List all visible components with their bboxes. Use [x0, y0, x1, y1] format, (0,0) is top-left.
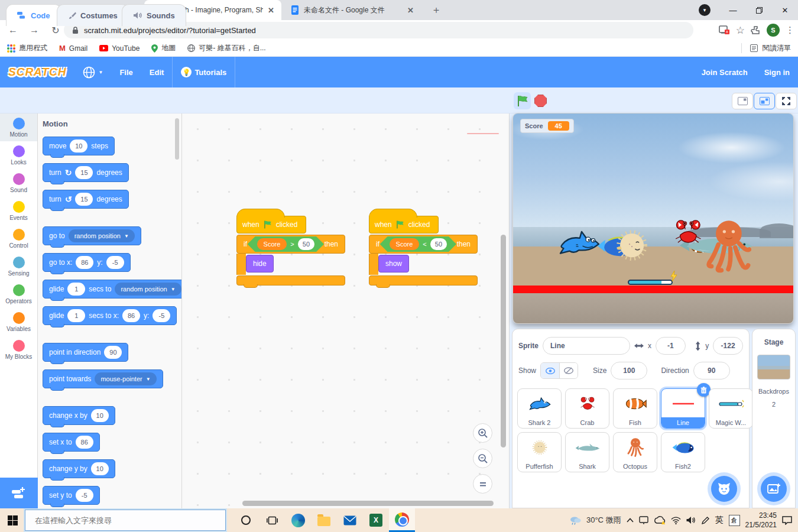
fullscreen-button[interactable] [776, 93, 797, 109]
sprite-tile-octopus[interactable]: Octopus [613, 432, 657, 472]
zoom-in-button[interactable] [473, 423, 492, 443]
block-point-direction[interactable]: point in direction90 [43, 343, 128, 362]
category-sound[interactable]: Sound [0, 169, 37, 197]
number-input[interactable]: -5 [153, 309, 170, 322]
pen-icon[interactable] [701, 516, 710, 525]
reading-list-button[interactable]: 閱讀清單 [741, 43, 791, 53]
window-minimize-button[interactable]: — [720, 0, 746, 20]
show-visible-button[interactable] [541, 363, 559, 378]
score-variable[interactable]: Score [390, 238, 420, 250]
bookmark-maps[interactable]: 地圖 [151, 43, 176, 53]
number-input[interactable]: 15 [75, 166, 93, 179]
blocked-content-icon[interactable]: x [719, 25, 730, 35]
menu-edit[interactable]: Edit [141, 57, 173, 87]
bookmark-apps[interactable]: 應用程式 [7, 43, 47, 53]
block-change-x[interactable]: change x by10 [43, 406, 115, 425]
scratch-logo[interactable]: SCRATCH [8, 66, 66, 79]
category-motion[interactable]: Motion [0, 113, 37, 141]
dropdown-random-position[interactable]: random position▼ [115, 283, 181, 296]
dropdown-random-position[interactable]: random position▼ [69, 229, 135, 242]
zoom-reset-button[interactable] [473, 474, 492, 494]
category-events[interactable]: Events [0, 197, 37, 225]
stage[interactable]: Score 45 [513, 113, 793, 323]
excel-button[interactable]: X [363, 508, 389, 532]
sprite-tile-line[interactable]: Line [661, 388, 705, 429]
ime-language-button[interactable]: 英 [715, 515, 724, 525]
tab-code[interactable]: Code [6, 4, 61, 26]
small-stage-button[interactable] [732, 93, 753, 109]
category-control[interactable]: Control [0, 225, 37, 252]
tab-close-icon[interactable]: ✕ [268, 6, 274, 15]
sprite-tile-pufferfish[interactable]: Pufferfish [517, 432, 562, 472]
number-input[interactable]: 90 [104, 346, 122, 359]
profile-avatar[interactable]: S [767, 24, 780, 37]
category-operators[interactable]: Operators [0, 280, 37, 308]
script-show-when-score-low[interactable]: when clicked if Score < 50 then show [369, 208, 478, 286]
palette-scrollbar[interactable] [175, 118, 179, 160]
dropdown-mouse-pointer[interactable]: mouse-pointer▼ [95, 372, 156, 385]
block-move-steps[interactable]: move10steps [43, 137, 115, 155]
start-button[interactable] [0, 508, 25, 532]
sprite-tile-fish[interactable]: Fish [613, 388, 657, 429]
sprite-name-input[interactable] [543, 337, 630, 355]
join-scratch-button[interactable]: Join Scratch [693, 57, 756, 87]
block-set-x[interactable]: set x to86 [43, 433, 100, 452]
line-sprite[interactable] [513, 286, 793, 293]
onedrive-warning-icon[interactable] [654, 516, 666, 525]
stop-button[interactable] [534, 95, 547, 107]
green-flag-button[interactable] [514, 92, 531, 109]
add-backdrop-button[interactable] [761, 476, 787, 502]
number-input[interactable]: 86 [122, 309, 140, 322]
sign-in-button[interactable]: Sign in [756, 57, 798, 87]
hide-block[interactable]: hide [246, 255, 274, 273]
number-input[interactable]: 86 [76, 436, 93, 449]
number-input[interactable]: 10 [70, 140, 87, 153]
chrome-button[interactable] [389, 508, 415, 532]
number-input[interactable]: 1 [67, 283, 85, 296]
sprite-tile-shark[interactable]: Shark [565, 432, 609, 472]
wifi-icon[interactable] [671, 517, 681, 524]
new-tab-button[interactable]: ＋ [430, 4, 442, 16]
snip-tool-icon[interactable] [639, 516, 648, 524]
sprite-tile-magic-wand[interactable]: Magic W... [709, 388, 753, 429]
zoom-out-button[interactable] [473, 449, 492, 468]
show-hidden-button[interactable] [559, 363, 578, 378]
score-variable[interactable]: Score [257, 238, 287, 250]
category-looks[interactable]: Looks [0, 141, 37, 169]
sprite-x-input[interactable]: -1 [656, 337, 686, 355]
task-view-button[interactable] [259, 508, 285, 532]
number-input[interactable]: 10 [91, 462, 109, 475]
bookmark-star-icon[interactable]: ☆ [736, 24, 745, 37]
magic-wand-sprite[interactable] [628, 280, 673, 285]
sprite-tile-fish2[interactable]: Fish2 [661, 432, 705, 472]
bookmark-gmail[interactable]: M Gmail [59, 44, 87, 53]
hidden-icons-chevron[interactable] [627, 518, 634, 523]
script-hide-when-score-high[interactable]: when clicked if Score > 50 then hide [236, 208, 345, 286]
when-flag-clicked-block[interactable]: when clicked [369, 216, 439, 233]
block-change-y[interactable]: change y by10 [43, 459, 115, 478]
browser-tab-gdocs[interactable]: 未命名文件 - Google 文件 ✕ [284, 0, 421, 20]
bookmark-wiki[interactable]: 可樂- 維基百科，自... [187, 43, 265, 53]
horizontal-scrollbar[interactable] [242, 501, 494, 506]
sprite-direction-input[interactable]: 90 [693, 362, 730, 379]
category-sensing[interactable]: Sensing [0, 252, 37, 280]
tab-close-icon[interactable]: ✕ [407, 6, 414, 15]
add-sprite-button[interactable] [711, 476, 737, 502]
sprite-tile-crab[interactable]: Crab [565, 388, 609, 429]
edge-button[interactable] [285, 508, 311, 532]
greater-than-condition[interactable]: Score > 50 [248, 236, 324, 252]
sprite-size-input[interactable]: 100 [611, 362, 647, 379]
number-input[interactable]: 86 [76, 256, 93, 269]
chrome-menu-icon[interactable]: ⋮ [786, 25, 794, 35]
less-than-condition[interactable]: Score < 50 [380, 236, 456, 252]
tab-sounds[interactable]: Sounds [122, 4, 186, 26]
taskbar-clock[interactable]: 23:45 21/5/2021 [745, 511, 777, 530]
sprite-y-input[interactable]: -122 [713, 337, 743, 355]
number-input[interactable]: 1 [67, 309, 85, 322]
block-set-y[interactable]: set y to-5 [43, 486, 100, 505]
menu-file[interactable]: File [111, 57, 141, 87]
ime-cangjie-button[interactable]: 倉 [729, 515, 740, 526]
code-canvas[interactable]: when clicked if Score > 50 then hide whe… [182, 113, 510, 508]
taskbar-search-input[interactable] [25, 516, 225, 525]
vertical-scrollbar[interactable] [501, 235, 506, 447]
